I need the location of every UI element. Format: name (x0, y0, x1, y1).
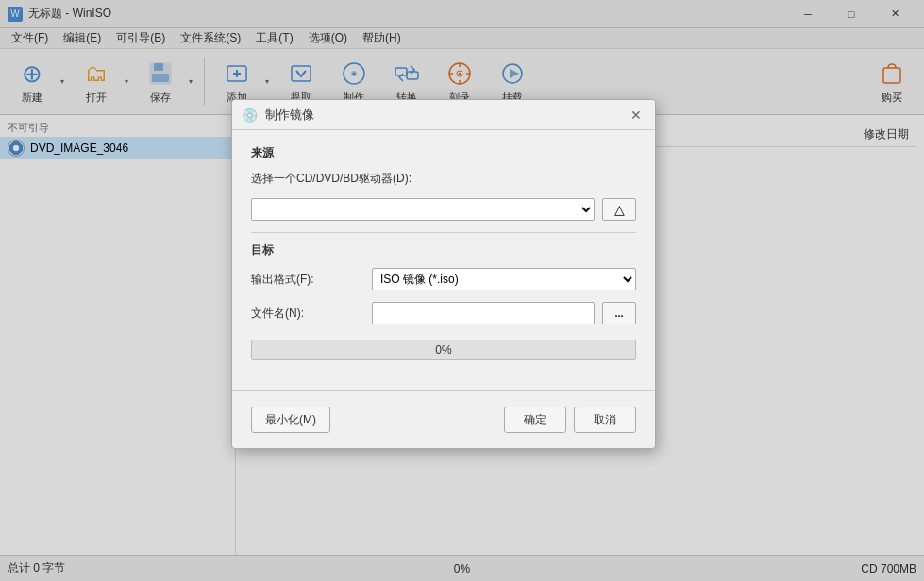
filename-input[interactable] (372, 302, 595, 324)
browse-button[interactable]: ... (602, 302, 636, 324)
dialog-titlebar: 💿 制作镜像 ✕ (232, 100, 655, 130)
source-drive-row: 选择一个CD/DVD/BD驱动器(D): (251, 171, 636, 187)
minimize-dialog-button[interactable]: 最小化(M) (251, 407, 330, 433)
dialog-close-button[interactable]: ✕ (627, 106, 646, 124)
dialog-title: 制作镜像 (265, 107, 627, 124)
ok-button[interactable]: 确定 (504, 407, 566, 433)
filename-label: 文件名(N): (251, 306, 364, 322)
format-row: 输出格式(F): ISO 镜像 (*.iso) (251, 268, 636, 290)
target-section-title: 目标 (251, 242, 636, 258)
dialog-overlay: 💿 制作镜像 ✕ 来源 选择一个CD/DVD/BD驱动器(D): △ 目标 输出… (0, 0, 924, 581)
footer-buttons: 确定 取消 (504, 407, 636, 433)
progress-bar-container: 0% (251, 340, 636, 360)
progress-bar-label: 0% (252, 340, 635, 359)
source-drive-select[interactable] (251, 198, 595, 221)
dialog-body: 来源 选择一个CD/DVD/BD驱动器(D): △ 目标 输出格式(F): IS… (232, 130, 655, 383)
cancel-button[interactable]: 取消 (574, 407, 636, 433)
source-drive-label: 选择一个CD/DVD/BD驱动器(D): (251, 171, 412, 187)
format-label: 输出格式(F): (251, 272, 364, 288)
filename-row: 文件名(N): ... (251, 302, 636, 324)
footer-left: 最小化(M) (251, 407, 504, 433)
dialog-footer: 最小化(M) 确定 取消 (232, 390, 655, 448)
source-section-title: 来源 (251, 145, 636, 161)
section-divider (251, 232, 636, 233)
eject-button[interactable]: △ (602, 198, 636, 221)
source-drive-input-row: △ (251, 198, 636, 221)
format-select[interactable]: ISO 镜像 (*.iso) (372, 268, 636, 290)
make-image-dialog: 💿 制作镜像 ✕ 来源 选择一个CD/DVD/BD驱动器(D): △ 目标 输出… (231, 99, 656, 449)
dialog-icon: 💿 (242, 108, 258, 123)
